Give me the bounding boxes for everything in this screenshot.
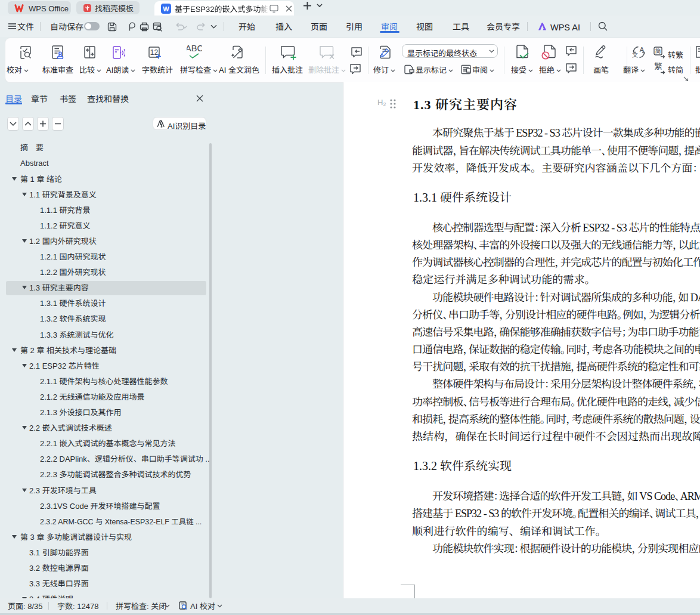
svg-text:繁: 繁 (654, 61, 662, 72)
svg-text:简: 简 (655, 47, 661, 55)
svg-text:12: 12 (150, 48, 159, 57)
svg-text:ABC: ABC (187, 44, 202, 52)
svg-text:A: A (640, 46, 645, 53)
svg-text:文: 文 (632, 50, 638, 59)
